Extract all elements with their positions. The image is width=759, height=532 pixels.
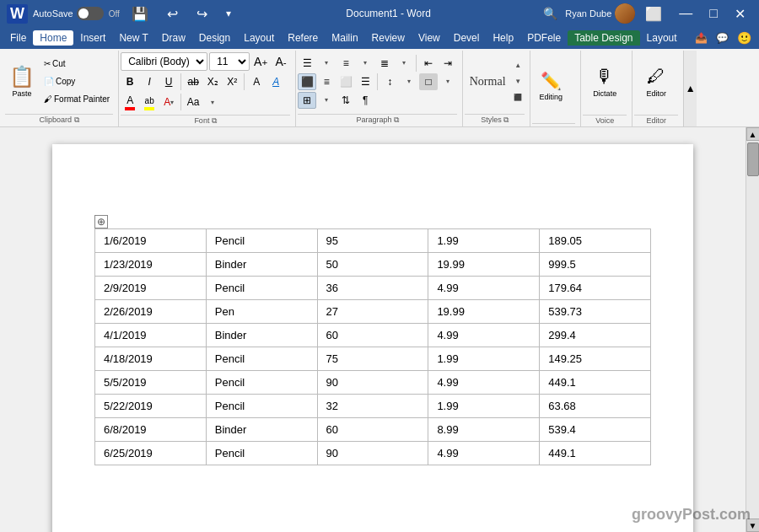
table-row: 2/26/2019Pen2719.99539.73: [95, 300, 651, 324]
menu-pdfflex[interactable]: PDFele: [520, 30, 568, 46]
styles-up-button[interactable]: ▲: [512, 60, 524, 72]
menu-file[interactable]: File: [3, 30, 33, 46]
sort-button[interactable]: ⇅: [336, 92, 355, 109]
menu-newt[interactable]: New T: [112, 30, 154, 46]
scroll-down-button[interactable]: ▼: [746, 519, 760, 532]
strikethrough-button[interactable]: ab: [184, 73, 202, 91]
highlight-color-button[interactable]: ab: [140, 93, 159, 111]
menu-references[interactable]: Refere: [281, 30, 325, 46]
ribbon-collapse-button[interactable]: ▲: [683, 51, 697, 126]
editor-button[interactable]: 🖊 Editor: [634, 60, 678, 104]
cut-button[interactable]: ✂ Cut: [40, 55, 113, 72]
editing-group-label: [532, 123, 575, 125]
increase-font-button[interactable]: A+: [251, 52, 270, 71]
styles-expand-icon[interactable]: ⧉: [503, 116, 509, 124]
menu-layout-page[interactable]: Layout: [237, 30, 281, 46]
menu-design[interactable]: Design: [192, 30, 237, 46]
bullets-dropdown[interactable]: ▾: [317, 55, 336, 72]
scroll-thumb[interactable]: [747, 142, 759, 176]
text-color2-button[interactable]: A ▾: [159, 93, 178, 111]
close-button[interactable]: ✕: [728, 4, 752, 24]
clipboard-expand-icon[interactable]: ⧉: [74, 116, 79, 124]
justify-button[interactable]: ☰: [356, 73, 374, 90]
styles-down-button[interactable]: ▼: [512, 76, 524, 88]
change-case-button[interactable]: Aa: [184, 93, 202, 111]
font-size-dropdown[interactable]: 11: [209, 52, 250, 71]
table-row: 4/1/2019Binder604.99299.4: [95, 324, 651, 347]
table-row: 5/22/2019Pencil321.9963.68: [95, 395, 651, 418]
cut-label: Cut: [52, 59, 66, 68]
bold-button[interactable]: B: [121, 73, 139, 91]
paragraph-expand-icon[interactable]: ⧉: [394, 116, 399, 124]
undo-button[interactable]: ↩: [160, 4, 185, 24]
shading-dropdown[interactable]: ▾: [439, 73, 457, 90]
table-cell: 5/5/2019: [95, 371, 207, 395]
show-formatting-button[interactable]: ¶: [356, 92, 374, 109]
bullets-button[interactable]: ☰: [298, 55, 316, 72]
share-button[interactable]: 📤: [691, 30, 712, 46]
menu-mailings[interactable]: Mailin: [325, 30, 364, 46]
search-button[interactable]: 🔍: [539, 5, 562, 22]
format-painter-label: Format Painter: [54, 94, 110, 104]
menu-view[interactable]: View: [412, 30, 447, 46]
shading-button[interactable]: □: [419, 73, 438, 90]
paste-button[interactable]: 📋 Paste: [5, 55, 39, 109]
increase-indent-button[interactable]: ⇥: [439, 55, 457, 72]
superscript-button[interactable]: X²: [223, 73, 241, 91]
copy-button[interactable]: 📄 Copy: [40, 73, 113, 89]
save-button[interactable]: 💾: [125, 4, 155, 24]
emoji-button[interactable]: 🙂: [733, 30, 756, 46]
menu-review[interactable]: Review: [365, 30, 412, 46]
dictate-button[interactable]: 🎙 Dictate: [583, 60, 627, 104]
italic-button[interactable]: I: [140, 73, 159, 91]
menu-developer[interactable]: Devel: [447, 30, 487, 46]
numbering-dropdown[interactable]: ▾: [356, 55, 374, 72]
align-right-button[interactable]: ⬜: [336, 73, 355, 90]
table-cell: 1/23/2019: [95, 253, 207, 277]
maximize-button[interactable]: □: [702, 4, 724, 23]
autosave-toggle[interactable]: [77, 7, 104, 20]
styles-expand-button[interactable]: ⬛: [512, 92, 524, 104]
customize-qat-button[interactable]: ▾: [219, 6, 238, 21]
menu-draw[interactable]: Draw: [155, 30, 192, 46]
table-cell: 60: [317, 324, 428, 347]
comments-button[interactable]: 💬: [712, 30, 733, 46]
styles-normal-button[interactable]: Normal: [465, 60, 510, 104]
borders-chevron-icon: ▾: [325, 96, 328, 104]
ribbon-display-button[interactable]: ⬜: [638, 4, 669, 24]
text-effects-button[interactable]: A: [266, 73, 285, 91]
font-expand-icon[interactable]: ⧉: [212, 116, 217, 125]
menu-insert[interactable]: Insert: [73, 30, 112, 46]
table-cell: 4.99: [428, 277, 540, 300]
menu-home[interactable]: Home: [33, 30, 73, 46]
decrease-indent-button[interactable]: ⇤: [419, 55, 438, 72]
borders-dropdown[interactable]: ▾: [317, 92, 336, 109]
multilevel-button[interactable]: ≣: [375, 55, 394, 72]
clear-format-button[interactable]: A: [247, 73, 266, 91]
align-center-button[interactable]: ≡: [317, 73, 336, 90]
menu-table-design[interactable]: Table Design: [568, 30, 639, 46]
numbering-button[interactable]: ≡: [336, 55, 355, 72]
table-move-handle[interactable]: ⊕: [94, 215, 108, 228]
change-case-dropdown[interactable]: ▾: [203, 93, 222, 111]
font-name-dropdown[interactable]: Calibri (Body): [121, 52, 207, 71]
menu-help[interactable]: Help: [486, 30, 520, 46]
table-cell: 4.99: [428, 324, 540, 347]
editing-button[interactable]: ✏️ Editing: [532, 64, 569, 108]
line-spacing-dropdown[interactable]: ▾: [400, 73, 418, 90]
decrease-font-button[interactable]: A-: [272, 52, 290, 71]
bullets-chevron-icon: ▾: [325, 59, 328, 67]
table-cell: 539.4: [540, 418, 651, 442]
underline-button[interactable]: U: [159, 73, 178, 91]
font-color-button[interactable]: A: [121, 93, 139, 111]
scroll-up-button[interactable]: ▲: [746, 127, 760, 141]
menu-table-layout[interactable]: Layout: [640, 30, 684, 46]
subscript-button[interactable]: X₂: [203, 73, 222, 91]
align-left-button[interactable]: ⬛: [298, 73, 316, 90]
multilevel-dropdown[interactable]: ▾: [395, 55, 413, 72]
borders-button[interactable]: ⊞: [298, 92, 316, 109]
minimize-button[interactable]: —: [672, 4, 699, 23]
redo-button[interactable]: ↪: [190, 4, 214, 24]
line-spacing-button[interactable]: ↕: [380, 73, 399, 90]
format-painter-button[interactable]: 🖌 Format Painter: [40, 91, 113, 108]
